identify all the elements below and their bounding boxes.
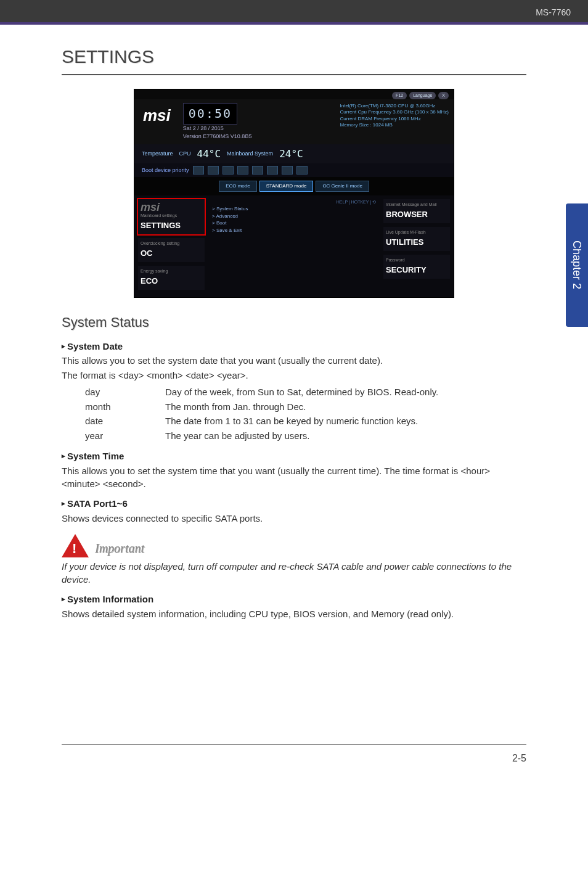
cpu-temp: 44°C bbox=[197, 147, 221, 161]
system-info-desc: Shows detailed system information, inclu… bbox=[62, 607, 526, 621]
help-hotkey-label: HELP | HOTKEY | ⟲ bbox=[212, 199, 376, 205]
msi-logo: msi bbox=[134, 99, 179, 144]
table-row: monthThe month from Jan. through Dec. bbox=[85, 400, 438, 414]
menu-system-status[interactable]: System Status bbox=[212, 205, 376, 213]
ocgenie-mode-button[interactable]: OC Genie II mode bbox=[316, 181, 369, 192]
menu-boot[interactable]: Boot bbox=[212, 220, 376, 227]
system-date-desc2: The format is <day> <month> <date> <year… bbox=[62, 369, 526, 382]
mainboard-temp: 24°C bbox=[279, 147, 303, 161]
section-heading: System Status bbox=[62, 313, 526, 332]
sata-desc: Shows devices connected to specific SATA… bbox=[62, 512, 526, 525]
tile-security[interactable]: Password SECURITY bbox=[383, 255, 450, 279]
date-line: Sat 2 / 28 / 2015 bbox=[183, 125, 332, 133]
close-pill[interactable]: X bbox=[438, 92, 449, 99]
freq-line: Current Cpu Frequency 3.60 GHz (100 x 36… bbox=[340, 109, 449, 115]
system-time-heading: System Time bbox=[62, 450, 526, 463]
system-date-desc1: This allows you to set the system date t… bbox=[62, 354, 526, 368]
dram-line: Current DRAM Frequency 1066 MHz bbox=[340, 116, 449, 122]
page-title: SETTINGS bbox=[62, 43, 526, 75]
tile-browser[interactable]: Internet Message and Mail BROWSER bbox=[383, 199, 450, 223]
boot-device-icon[interactable] bbox=[223, 166, 234, 175]
tile-utilities[interactable]: Live Update M-Flash UTILITIES bbox=[383, 227, 450, 251]
clock-display: 00:50 bbox=[183, 103, 237, 125]
system-date-heading: System Date bbox=[62, 340, 526, 353]
system-time-desc: This allows you to set the system time t… bbox=[62, 464, 526, 491]
version-line: Version E7760IMS V10.8B5 bbox=[183, 133, 332, 141]
language-pill[interactable]: Language bbox=[409, 92, 436, 99]
boot-device-icon[interactable] bbox=[267, 166, 278, 175]
system-info-heading: System Information bbox=[62, 593, 526, 606]
menu-advanced[interactable]: Advanced bbox=[212, 213, 376, 220]
temperature-label: Temperature bbox=[142, 150, 173, 158]
important-label: Important bbox=[95, 540, 144, 557]
standard-mode-button[interactable]: STANDARD mode bbox=[259, 181, 314, 192]
table-row: dayDay of the week, from Sun to Sat, det… bbox=[85, 385, 438, 400]
mem-line: Memory Size : 1024 MB bbox=[340, 122, 449, 128]
important-note: If your device is not displayed, turn of… bbox=[62, 560, 526, 587]
sata-heading: SATA Port1~6 bbox=[62, 497, 526, 511]
boot-device-icon[interactable] bbox=[237, 166, 248, 175]
tile-settings[interactable]: msi Mainboard settings SETTINGS bbox=[138, 199, 205, 234]
f12-pill[interactable]: F12 bbox=[392, 92, 407, 99]
header-bar: MS-7760 bbox=[0, 0, 588, 22]
mainboard-label: Mainboard System bbox=[227, 150, 273, 158]
table-row: dateThe date from 1 to 31 can be keyed b… bbox=[85, 414, 438, 429]
system-date-table: dayDay of the week, from Sun to Sat, det… bbox=[85, 385, 438, 443]
boot-device-icon[interactable] bbox=[252, 166, 263, 175]
boot-priority-label: Boot device priority bbox=[142, 166, 189, 175]
warning-icon bbox=[62, 534, 89, 557]
tile-eco[interactable]: Energy saving ECO bbox=[138, 266, 205, 290]
chapter-tab: Chapter 2 bbox=[566, 203, 588, 327]
boot-device-icon[interactable] bbox=[208, 166, 219, 175]
boot-device-icon[interactable] bbox=[296, 166, 308, 175]
bios-screenshot: F12 Language X msi 00:50 Sat 2 / 28 / 20… bbox=[134, 89, 454, 298]
menu-save-exit[interactable]: Save & Exit bbox=[212, 227, 376, 234]
table-row: yearThe year can be adjusted by users. bbox=[85, 429, 438, 443]
model-number: MS-7760 bbox=[536, 7, 571, 17]
boot-device-icon[interactable] bbox=[193, 166, 204, 175]
cpu-line: Intel(R) Core(TM) i7-3820 CPU @ 3.60GHz bbox=[340, 103, 449, 109]
page-number: 2-5 bbox=[62, 745, 526, 765]
cpu-label: CPU bbox=[179, 150, 191, 158]
boot-device-icon[interactable] bbox=[282, 166, 293, 175]
eco-mode-button[interactable]: ECO mode bbox=[219, 181, 257, 192]
tile-oc[interactable]: Overclocking setting OC bbox=[138, 238, 205, 262]
